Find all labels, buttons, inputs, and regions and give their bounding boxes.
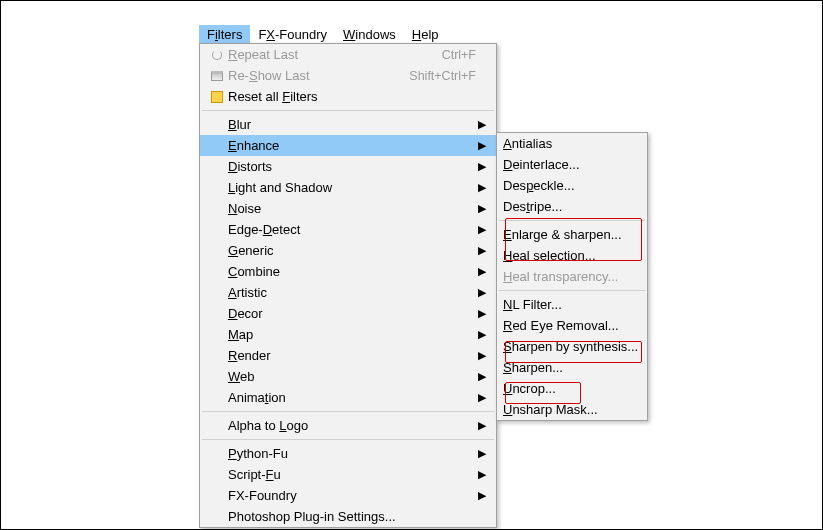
menu-item-nl-filter[interactable]: NL Filter... [497, 294, 647, 315]
menu-item-destripe[interactable]: Destripe... [497, 196, 647, 217]
submenu-arrow-icon: ▶ [476, 224, 486, 235]
menu-item-label: Repeat Last [228, 47, 422, 62]
menu-item-web[interactable]: Web▶ [200, 366, 496, 387]
menu-item-label: Generic [228, 243, 476, 258]
submenu-arrow-icon: ▶ [476, 245, 486, 256]
submenu-arrow-icon: ▶ [476, 448, 486, 459]
submenu-arrow-icon: ▶ [476, 371, 486, 382]
menu-item-label: Animation [228, 390, 476, 405]
menu-item-repeat-last: Repeat LastCtrl+F [200, 44, 496, 65]
submenu-arrow-icon: ▶ [476, 308, 486, 319]
enhance-submenu: AntialiasDeinterlace...Despeckle...Destr… [496, 132, 648, 421]
menu-item-label: Script-Fu [228, 467, 476, 482]
menu-item-uncrop[interactable]: Uncrop... [497, 378, 647, 399]
menu-separator [202, 439, 494, 440]
menu-item-label: Alpha to Logo [228, 418, 476, 433]
menu-item-edge-detect[interactable]: Edge-Detect▶ [200, 219, 496, 240]
submenu-arrow-icon: ▶ [476, 161, 486, 172]
menu-separator [499, 290, 645, 291]
submenu-arrow-icon: ▶ [476, 329, 486, 340]
menu-item-photoshop-plug-in-settings[interactable]: Photoshop Plug-in Settings... [200, 506, 496, 527]
submenu-arrow-icon: ▶ [476, 119, 486, 130]
menu-item-sharpen-by-synthesis[interactable]: Sharpen by synthesis... [497, 336, 647, 357]
menu-item-generic[interactable]: Generic▶ [200, 240, 496, 261]
submenu-arrow-icon: ▶ [476, 203, 486, 214]
menu-item-enhance[interactable]: Enhance▶ [200, 135, 496, 156]
menu-item-heal-transparency: Heal transparency... [497, 266, 647, 287]
submenu-arrow-icon: ▶ [476, 469, 486, 480]
submenu-arrow-icon: ▶ [476, 490, 486, 501]
reset-icon [206, 91, 228, 103]
menu-item-label: Distorts [228, 159, 476, 174]
submenu-arrow-icon: ▶ [476, 420, 486, 431]
menu-item-label: Python-Fu [228, 446, 476, 461]
menu-item-despeckle[interactable]: Despeckle... [497, 175, 647, 196]
menu-item-artistic[interactable]: Artistic▶ [200, 282, 496, 303]
repeat-icon [206, 50, 228, 60]
menu-item-alpha-to-logo[interactable]: Alpha to Logo▶ [200, 415, 496, 436]
menu-item-label: Unsharp Mask... [503, 402, 637, 417]
menu-item-label: Re-Show Last [228, 68, 389, 83]
menu-item-animation[interactable]: Animation▶ [200, 387, 496, 408]
menu-item-deinterlace[interactable]: Deinterlace... [497, 154, 647, 175]
submenu-arrow-icon: ▶ [476, 287, 486, 298]
menubar-item-help[interactable]: Help [404, 25, 447, 45]
window-canvas: FiltersFX-FoundryWindowsHelp Repeat Last… [0, 0, 823, 530]
submenu-arrow-icon: ▶ [476, 266, 486, 277]
menu-item-fx-foundry[interactable]: FX-Foundry▶ [200, 485, 496, 506]
menubar-item-windows[interactable]: Windows [335, 25, 404, 45]
menu-item-label: Enlarge & sharpen... [503, 227, 637, 242]
menu-item-map[interactable]: Map▶ [200, 324, 496, 345]
menu-item-label: Destripe... [503, 199, 637, 214]
menu-item-blur[interactable]: Blur▶ [200, 114, 496, 135]
menu-item-label: Heal selection... [503, 248, 637, 263]
menu-item-label: Map [228, 327, 476, 342]
menu-item-label: Decor [228, 306, 476, 321]
menu-item-noise[interactable]: Noise▶ [200, 198, 496, 219]
menu-item-antialias[interactable]: Antialias [497, 133, 647, 154]
menu-item-label: Web [228, 369, 476, 384]
menu-item-label: Reset all Filters [228, 89, 476, 104]
menu-item-red-eye-removal[interactable]: Red Eye Removal... [497, 315, 647, 336]
menu-item-label: Heal transparency... [503, 269, 637, 284]
submenu-arrow-icon: ▶ [476, 350, 486, 361]
menu-item-label: FX-Foundry [228, 488, 476, 503]
menu-item-distorts[interactable]: Distorts▶ [200, 156, 496, 177]
menu-item-label: Red Eye Removal... [503, 318, 637, 333]
menu-item-label: Combine [228, 264, 476, 279]
menu-item-decor[interactable]: Decor▶ [200, 303, 496, 324]
reshow-icon [206, 71, 228, 81]
submenu-arrow-icon: ▶ [476, 182, 486, 193]
menu-item-combine[interactable]: Combine▶ [200, 261, 496, 282]
filters-menu: Repeat LastCtrl+FRe-Show LastShift+Ctrl+… [199, 43, 497, 528]
submenu-arrow-icon: ▶ [476, 140, 486, 151]
menu-item-label: Despeckle... [503, 178, 637, 193]
menu-item-label: Enhance [228, 138, 476, 153]
menu-item-light-and-shadow[interactable]: Light and Shadow▶ [200, 177, 496, 198]
menu-item-label: Sharpen by synthesis... [503, 339, 638, 354]
menu-item-python-fu[interactable]: Python-Fu▶ [200, 443, 496, 464]
menu-item-render[interactable]: Render▶ [200, 345, 496, 366]
menubar-item-fx-foundry[interactable]: FX-Foundry [250, 25, 335, 45]
menu-item-label: Deinterlace... [503, 157, 637, 172]
menu-item-label: Antialias [503, 136, 637, 151]
menu-item-sharpen[interactable]: Sharpen... [497, 357, 647, 378]
menu-item-label: Sharpen... [503, 360, 637, 375]
submenu-arrow-icon: ▶ [476, 392, 486, 403]
menu-item-heal-selection[interactable]: Heal selection... [497, 245, 647, 266]
menu-item-label: Render [228, 348, 476, 363]
menu-item-shortcut: Ctrl+F [422, 48, 476, 62]
menu-separator [202, 110, 494, 111]
menu-item-enlarge-sharpen[interactable]: Enlarge & sharpen... [497, 224, 647, 245]
menubar-item-filters[interactable]: Filters [199, 25, 250, 45]
menu-bar: FiltersFX-FoundryWindowsHelp [199, 25, 447, 45]
menu-item-label: Edge-Detect [228, 222, 476, 237]
menu-item-script-fu[interactable]: Script-Fu▶ [200, 464, 496, 485]
menu-item-unsharp-mask[interactable]: Unsharp Mask... [497, 399, 647, 420]
menu-item-label: Blur [228, 117, 476, 132]
menu-item-label: Uncrop... [503, 381, 637, 396]
menu-item-reset-all-filters[interactable]: Reset all Filters [200, 86, 496, 107]
menu-item-re-show-last: Re-Show LastShift+Ctrl+F [200, 65, 496, 86]
menu-item-label: Light and Shadow [228, 180, 476, 195]
menu-item-label: Photoshop Plug-in Settings... [228, 509, 476, 524]
